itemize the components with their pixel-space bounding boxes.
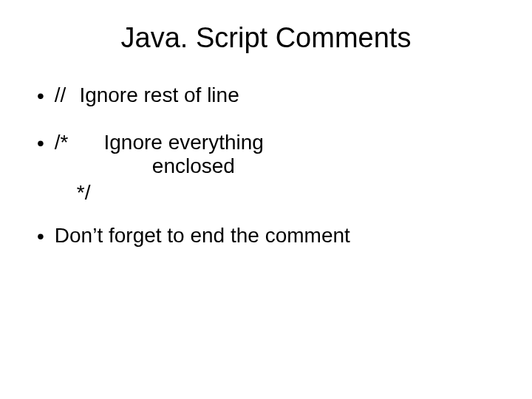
syntax-multi-open: /* xyxy=(55,131,69,154)
bullet-dot-icon: • xyxy=(37,224,44,249)
bullet-1-text: Ignore rest of line xyxy=(79,83,239,107)
bullet-item-3: • Don’t forget to end the comment xyxy=(37,224,502,249)
bullet-body-2: /* Ignore everything enclosed */ xyxy=(55,131,502,205)
bullet-body-1: // Ignore rest of line xyxy=(55,83,502,107)
syntax-single-line: // xyxy=(55,83,66,107)
bullet-dot-icon: • xyxy=(37,131,44,156)
bullet-item-2: • /* Ignore everything enclosed */ xyxy=(37,131,502,205)
bullet-dot-icon: • xyxy=(37,83,44,109)
bullet-3-text: Don’t forget to end the comment xyxy=(55,224,350,247)
slide-content: • // Ignore rest of line • /* Ignore eve… xyxy=(30,83,502,248)
bullet-body-3: Don’t forget to end the comment xyxy=(55,224,502,248)
bullet-2-text-line2: enclosed xyxy=(55,154,502,178)
bullet-2-text-line1: Ignore everything xyxy=(104,131,264,154)
bullet-item-1: • // Ignore rest of line xyxy=(37,83,502,109)
slide-title: Java. Script Comments xyxy=(30,22,502,54)
syntax-multi-close: */ xyxy=(55,181,502,205)
